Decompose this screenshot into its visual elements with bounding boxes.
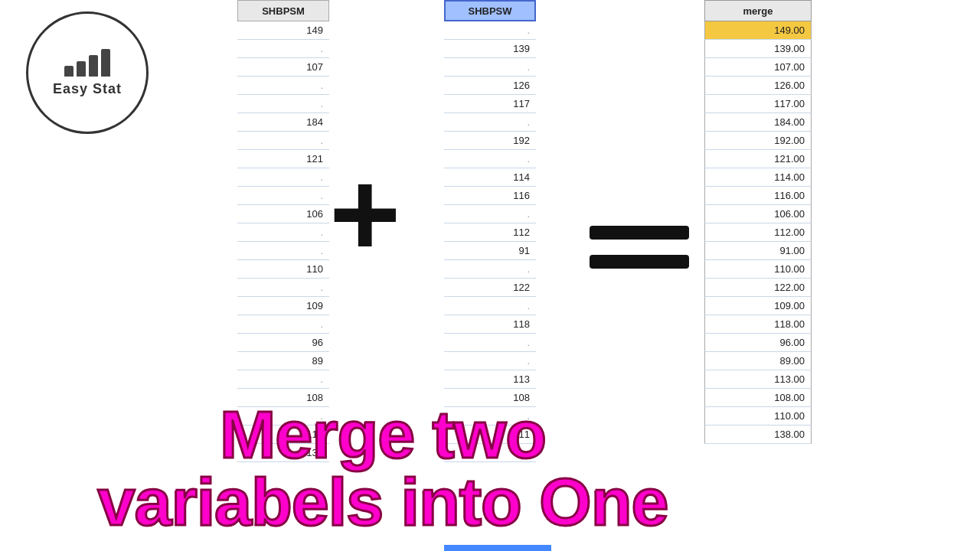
shbpsw-row-4: 126	[444, 77, 536, 95]
shbpsw-row-5: 117	[444, 95, 536, 113]
shbpsw-row-12: 112	[444, 223, 536, 242]
merge-row-9: 114.00	[704, 168, 812, 187]
shbpsw-row-9: 114	[444, 168, 536, 187]
merge-row-19: 89.00	[704, 352, 812, 370]
shbpsm-row-11: 106	[237, 205, 329, 223]
shbpsw-header: SHBPSW	[444, 0, 536, 21]
logo-container: Easy Stat	[26, 11, 149, 134]
shbpsm-row-5	[237, 95, 329, 113]
shbpsm-row-1: 149	[237, 21, 329, 40]
shbpsw-row-14	[444, 260, 536, 279]
shbpsm-row-7	[237, 132, 329, 150]
shbpsm-row-3: 107	[237, 58, 329, 77]
merge-row-5: 117.00	[704, 95, 812, 113]
shbpsm-row-8: 121	[237, 150, 329, 168]
overlay-text-container: Merge two variabels into One	[0, 401, 766, 536]
shbpsm-row-9	[237, 168, 329, 187]
overlay-line1: Merge two	[0, 401, 766, 468]
shbpsw-row-6	[444, 113, 536, 132]
shbpsm-row-12	[237, 223, 329, 242]
shbpsw-row-10: 116	[444, 187, 536, 205]
plus-icon: +	[329, 153, 400, 276]
shbpsm-row-14: 110	[237, 260, 329, 279]
merge-row-17: 118.00	[704, 315, 812, 334]
col-shbpsm: SHBPSM 149 107 184 121 106 110 109 96 89…	[237, 0, 329, 462]
shbpsm-row-17	[237, 315, 329, 334]
shbpsw-bottom-bar	[444, 545, 551, 551]
shbpsw-row-2: 139	[444, 40, 536, 58]
shbpsm-row-13	[237, 242, 329, 260]
shbpsw-row-17: 118	[444, 315, 536, 334]
shbpsw-row-15: 122	[444, 279, 536, 297]
shbpsw-row-16	[444, 297, 536, 315]
merge-row-4: 126.00	[704, 77, 812, 95]
bar-2	[77, 61, 86, 77]
merge-row-1: 149.00	[704, 21, 812, 40]
shbpsw-row-13: 91	[444, 242, 536, 260]
shbpsw-row-11	[444, 205, 536, 223]
bar-1	[64, 66, 74, 77]
overlay-line2: variabels into One	[0, 468, 766, 536]
equals-icon	[590, 226, 689, 269]
logo-text: Easy Stat	[53, 81, 122, 97]
shbpsm-header: SHBPSM	[237, 0, 329, 21]
shbpsw-row-3	[444, 58, 536, 77]
shbpsm-row-19: 89	[237, 352, 329, 370]
shbpsw-row-8	[444, 150, 536, 168]
shbpsm-row-15	[237, 279, 329, 297]
merge-row-2: 139.00	[704, 40, 812, 58]
merge-row-20: 113.00	[704, 370, 812, 389]
merge-row-16: 109.00	[704, 297, 812, 315]
bar-3	[89, 55, 98, 77]
shbpsm-row-2	[237, 40, 329, 58]
shbpsm-row-16: 109	[237, 297, 329, 315]
bar-4	[101, 49, 110, 77]
merge-row-14: 110.00	[704, 260, 812, 279]
shbpsm-row-4	[237, 77, 329, 95]
eq-bar-bottom	[590, 255, 689, 269]
merge-row-10: 116.00	[704, 187, 812, 205]
shbpsw-row-7: 192	[444, 132, 536, 150]
shbpsw-row-20: 113	[444, 370, 536, 389]
merge-row-12: 112.00	[704, 223, 812, 242]
shbpsm-row-10	[237, 187, 329, 205]
merge-row-11: 106.00	[704, 205, 812, 223]
shbpsw-row-1	[444, 21, 536, 40]
col-merge: merge 149.00 139.00 107.00 126.00 117.00…	[704, 0, 812, 444]
eq-bar-top	[590, 226, 689, 240]
merge-header: merge	[704, 0, 812, 21]
shbpsm-row-18: 96	[237, 334, 329, 352]
merge-row-18: 96.00	[704, 334, 812, 352]
logo-bars	[64, 49, 110, 77]
col-shbpsw: SHBPSW 139 126 117 192 114 116 112 91 12…	[444, 0, 536, 462]
shbpsm-row-20	[237, 370, 329, 389]
shbpsw-row-19	[444, 352, 536, 370]
shbpsm-row-6: 184	[237, 113, 329, 132]
merge-row-8: 121.00	[704, 150, 812, 168]
merge-row-6: 184.00	[704, 113, 812, 132]
merge-row-15: 122.00	[704, 279, 812, 297]
merge-row-3: 107.00	[704, 58, 812, 77]
merge-row-13: 91.00	[704, 242, 812, 260]
shbpsw-row-18	[444, 334, 536, 352]
merge-row-7: 192.00	[704, 132, 812, 150]
